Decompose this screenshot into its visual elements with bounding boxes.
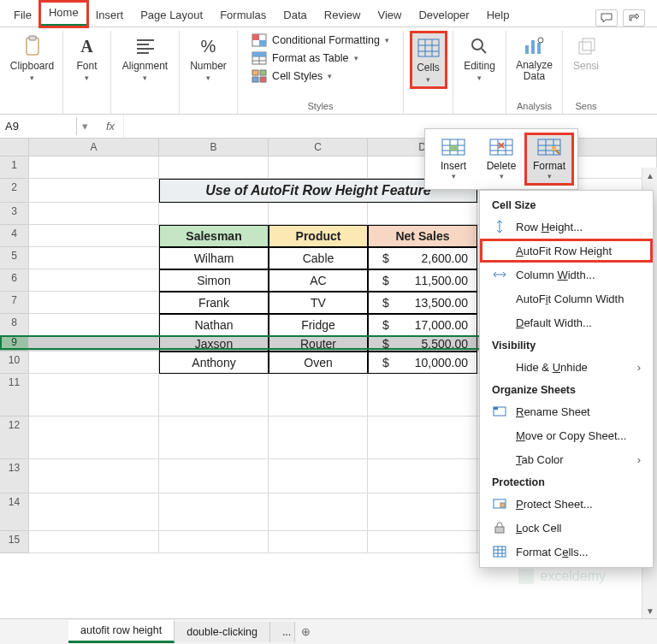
row-header[interactable]: 7 — [0, 292, 29, 314]
cells-button[interactable]: Cells ▾ — [411, 32, 446, 87]
scroll-up-icon[interactable]: ▲ — [642, 168, 657, 183]
row-header[interactable]: 6 — [0, 269, 29, 292]
tab-view[interactable]: View — [369, 4, 410, 27]
table-cell[interactable]: Anthony — [159, 352, 269, 374]
menu-row-height[interactable]: Row Height... — [480, 215, 653, 239]
svg-rect-25 — [494, 407, 498, 410]
menu-section-organize: Organize Sheets — [480, 379, 653, 399]
format-as-table-button[interactable]: Format as Table ▾ — [252, 50, 389, 66]
fx-icon[interactable]: fx — [98, 120, 123, 133]
row-header[interactable]: 14 — [0, 493, 29, 531]
table-header[interactable]: Net Sales — [368, 225, 477, 247]
sheet-tab-active[interactable]: autofit row height — [68, 620, 175, 643]
table-cell[interactable]: 5,500.00 — [368, 336, 477, 352]
row-header[interactable]: 11 — [0, 374, 29, 417]
svg-rect-1 — [29, 36, 36, 40]
row-header[interactable]: 12 — [0, 417, 29, 459]
row-header[interactable]: 13 — [0, 459, 29, 493]
col-header-b[interactable]: B — [159, 139, 269, 157]
row-header[interactable]: 5 — [0, 247, 29, 269]
tab-developer[interactable]: Developer — [410, 4, 477, 27]
row-header[interactable]: 2 — [0, 179, 29, 203]
col-header-c[interactable]: C — [269, 139, 368, 157]
row-header[interactable]: 4 — [0, 225, 29, 247]
svg-rect-13 — [525, 45, 529, 54]
menu-section-protection: Protection — [480, 471, 653, 492]
name-box[interactable]: A9 — [0, 117, 77, 135]
editing-button[interactable]: Editing ▾ — [460, 32, 499, 84]
protect-sheet-icon — [492, 497, 507, 511]
delete-cells-button[interactable]: Delete▾ — [478, 134, 524, 184]
table-cell[interactable]: Jaxson — [159, 336, 269, 352]
sheet-tab-more[interactable]: ... — [270, 622, 295, 642]
comments-icon[interactable] — [595, 9, 618, 27]
tab-help[interactable]: Help — [478, 4, 518, 27]
sheet-tab[interactable]: double-clicking — [175, 622, 270, 642]
alignment-button[interactable]: Alignment ▾ — [119, 32, 171, 84]
tab-formulas[interactable]: Formulas — [211, 4, 275, 27]
search-icon — [467, 34, 491, 58]
table-cell[interactable]: Fridge — [269, 314, 368, 336]
row-header[interactable]: 8 — [0, 314, 29, 336]
col-header-a[interactable]: A — [29, 139, 159, 157]
number-button[interactable]: % Number ▾ — [186, 32, 230, 84]
new-sheet-button[interactable]: ⊕ — [295, 625, 317, 638]
menu-format-cells[interactable]: Format Cells... — [480, 540, 653, 564]
tab-home[interactable]: Home — [40, 2, 87, 27]
svg-rect-27 — [500, 503, 505, 507]
table-cell[interactable]: 11,500.00 — [368, 269, 477, 292]
clipboard-button[interactable]: Clipboard ▾ — [7, 32, 57, 84]
font-button[interactable]: A Font ▾ — [72, 32, 103, 84]
row-header-selected[interactable]: 9 — [0, 336, 29, 352]
select-all-corner[interactable] — [0, 139, 29, 157]
table-cell[interactable]: 17,000.00 — [368, 314, 477, 336]
delete-cells-label: Delete — [487, 160, 517, 172]
table-cell[interactable]: Cable — [269, 247, 368, 269]
menu-default-width[interactable]: Default Width... — [480, 310, 653, 334]
tab-data[interactable]: Data — [275, 4, 315, 27]
insert-cells-button[interactable]: Insert▾ — [430, 134, 476, 184]
scroll-down-icon[interactable]: ▼ — [642, 603, 657, 618]
row-header[interactable]: 3 — [0, 203, 29, 225]
menu-section-cell-size: Cell Size — [480, 194, 653, 215]
format-cells-label: Format — [533, 160, 565, 172]
tab-insert[interactable]: Insert — [87, 4, 133, 27]
insert-cells-label: Insert — [441, 160, 466, 172]
menu-rename-sheet[interactable]: Rename Sheet — [480, 399, 653, 423]
table-cell[interactable]: Nathan — [159, 314, 269, 336]
table-cell[interactable]: AC — [269, 269, 368, 292]
table-cell[interactable]: TV — [269, 292, 368, 314]
tab-review[interactable]: Review — [316, 4, 370, 27]
table-cell[interactable]: 10,000.00 — [368, 352, 477, 374]
table-cell[interactable]: Oven — [269, 352, 368, 374]
row-header[interactable]: 1 — [0, 157, 29, 179]
table-cell[interactable]: 2,600.00 — [368, 247, 477, 269]
table-header[interactable]: Product — [269, 225, 368, 247]
share-icon[interactable] — [623, 9, 645, 27]
delete-cells-icon — [488, 138, 514, 158]
format-cells-button[interactable]: Format▾ — [526, 134, 572, 184]
editing-label: Editing — [464, 60, 495, 72]
cell-styles-button[interactable]: Cell Styles ▾ — [252, 68, 389, 84]
menu-move-copy-sheet[interactable]: Move or Copy Sheet... — [480, 423, 653, 447]
analyze-data-button[interactable]: Analyze Data — [512, 32, 557, 84]
menu-hide-unhide[interactable]: Hide & Unhide› — [480, 355, 653, 379]
table-header[interactable]: Salesman — [159, 225, 269, 247]
tab-page-layout[interactable]: Page Layout — [132, 4, 211, 27]
menu-autofit-row-height[interactable]: AutoFit Row Height — [480, 239, 653, 263]
menu-tab-color[interactable]: Tab Color› — [480, 447, 653, 471]
conditional-formatting-button[interactable]: Conditional Formatting ▾ — [252, 32, 389, 48]
table-cell[interactable]: Wilham — [159, 247, 269, 269]
menu-protect-sheet[interactable]: Protect Sheet... — [480, 492, 653, 516]
menu-lock-cell[interactable]: Lock Cell — [480, 516, 653, 540]
table-cell[interactable]: 13,500.00 — [368, 292, 477, 314]
tab-file[interactable]: File — [5, 4, 40, 27]
row-header[interactable]: 15 — [0, 531, 29, 553]
menu-column-width[interactable]: Column Width... — [480, 263, 653, 287]
table-cell[interactable]: Simon — [159, 269, 269, 292]
table-cell[interactable]: Frank — [159, 292, 269, 314]
sensitivity-button[interactable]: Sensi — [570, 32, 602, 74]
menu-autofit-column-width[interactable]: AutoFit Column Width — [480, 287, 653, 310]
table-cell[interactable]: Router — [269, 336, 368, 352]
row-header[interactable]: 10 — [0, 352, 29, 374]
